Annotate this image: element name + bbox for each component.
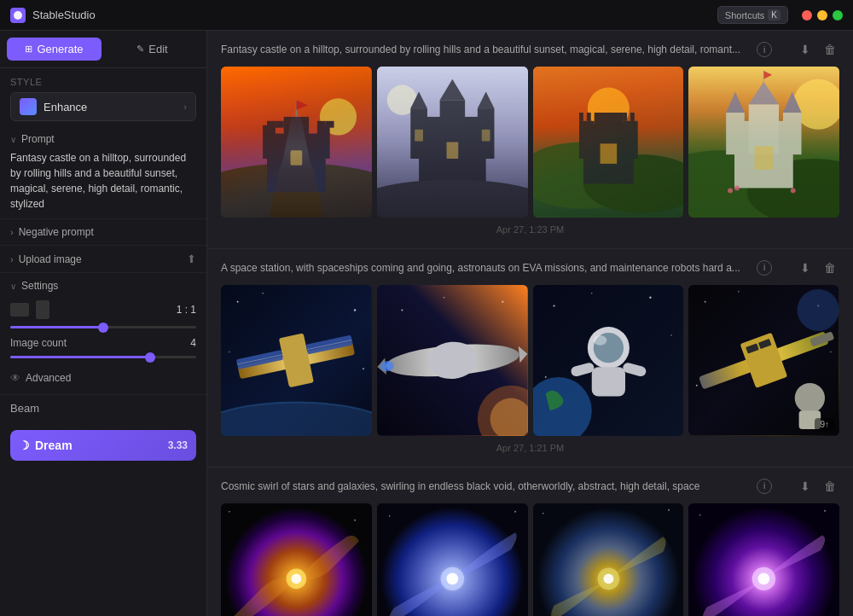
prompt-text[interactable]: Fantasy castle on a hilltop, surrounded … [10, 150, 196, 212]
svg-rect-24 [446, 142, 458, 159]
dream-moon-icon: ☽ [19, 439, 30, 452]
titlebar-right: Shortcuts K [717, 6, 843, 24]
svg-point-101 [696, 385, 698, 386]
svg-point-27 [377, 180, 528, 218]
kbd-badge: K [768, 9, 780, 20]
space-image-4[interactable]: 9↑ [688, 285, 839, 436]
generate-icon: ⊞ [25, 44, 32, 55]
svg-rect-93 [591, 367, 624, 396]
gen-prompt-3: Cosmic swirl of stars and galaxies, swir… [221, 480, 750, 492]
aspect-ratio-slider-thumb[interactable] [98, 323, 108, 333]
gen-info-button-2[interactable]: i [757, 260, 772, 276]
advanced-label: Advanced [26, 372, 71, 384]
svg-point-125 [446, 572, 458, 584]
negative-prompt-label: Negative prompt [19, 226, 94, 238]
svg-point-136 [824, 509, 826, 511]
upload-image-row[interactable]: › Upload image ⬆ [0, 245, 206, 272]
svg-point-84 [553, 305, 554, 306]
dream-button[interactable]: ☽ Dream 3.33 [10, 430, 196, 461]
beam-label: Beam [10, 402, 39, 415]
generate-tab[interactable]: ⊞ Generate [7, 38, 102, 61]
delete-button-1[interactable]: 🗑 [821, 41, 839, 58]
edit-tab[interactable]: ✎ Edit [105, 38, 200, 61]
galaxy-image-1[interactable] [221, 503, 372, 617]
svg-point-59 [237, 300, 239, 302]
svg-point-73 [401, 309, 403, 311]
delete-button-3[interactable]: 🗑 [821, 478, 839, 495]
svg-point-112 [354, 519, 356, 520]
prompt-chevron-icon: ∨ [10, 135, 16, 144]
image-count-slider-fill [10, 356, 150, 358]
advanced-row[interactable]: 👁 Advanced [10, 369, 196, 387]
svg-point-62 [229, 352, 230, 353]
close-button[interactable] [802, 10, 812, 20]
upload-icon-button[interactable]: ⬆ [187, 253, 196, 265]
svg-point-102 [798, 289, 839, 331]
titlebar-left: StableStudio [10, 8, 96, 23]
svg-point-92 [593, 335, 606, 346]
app-logo [10, 8, 26, 23]
prompt-section: ∨ Prompt Fantasy castle on a hilltop, su… [0, 126, 206, 218]
style-name: Enhance [44, 101, 87, 113]
negative-prompt-row[interactable]: › Negative prompt [0, 218, 206, 245]
style-selector-left: Enhance [20, 98, 87, 115]
svg-rect-54 [755, 146, 774, 169]
image-count-slider-thumb[interactable] [145, 352, 155, 363]
castle-image-3[interactable] [533, 67, 684, 218]
download-button-1[interactable]: ⬇ [797, 41, 814, 58]
landscape-icon[interactable] [10, 303, 29, 317]
shortcuts-button[interactable]: Shortcuts K [717, 6, 788, 24]
space-image-2[interactable] [377, 285, 528, 436]
download-button-3[interactable]: ⬇ [797, 478, 814, 495]
svg-point-120 [514, 510, 516, 512]
svg-point-0 [14, 11, 22, 20]
upload-chevron-icon: › [10, 254, 14, 264]
svg-point-75 [502, 300, 503, 302]
download-button-2[interactable]: ⬇ [797, 259, 814, 276]
castle-image-4[interactable] [688, 67, 839, 218]
galaxy-image-3[interactable] [533, 503, 684, 617]
svg-rect-33 [579, 121, 595, 159]
gen-header-3: Cosmic swirl of stars and galaxies, swir… [221, 478, 839, 495]
castle-image-1[interactable] [221, 67, 372, 218]
gen-timestamp-1: Apr 27, 1:23 PM [221, 224, 839, 235]
castle-image-2[interactable] [377, 67, 528, 218]
main-content: Fantasy castle on a hilltop, surrounded … [207, 31, 853, 616]
gen-info-button-1[interactable]: i [757, 42, 772, 57]
sidebar: ⊞ Generate ✎ Edit Style Enhance › ∨ [0, 31, 207, 616]
svg-point-128 [668, 508, 670, 510]
image-count-label: Image count [10, 337, 67, 349]
beam-item[interactable]: Beam [0, 394, 206, 421]
galaxy-image-2[interactable] [377, 503, 528, 617]
svg-point-111 [229, 511, 230, 513]
svg-point-60 [262, 293, 264, 294]
portrait-icon[interactable] [36, 300, 49, 319]
galaxy-image-4[interactable] [688, 503, 839, 617]
space-image-1[interactable] [221, 285, 372, 436]
space-image-3[interactable] [533, 285, 684, 436]
negative-prompt-chevron-icon: › [10, 227, 14, 237]
delete-button-2[interactable]: 🗑 [821, 259, 839, 276]
prompt-header[interactable]: ∨ Prompt [10, 133, 196, 145]
svg-rect-26 [481, 130, 490, 142]
style-selector[interactable]: Enhance › [10, 92, 196, 121]
gen-timestamp-2: Apr 27, 1:21 PM [221, 443, 839, 453]
maximize-button[interactable] [833, 10, 843, 20]
generation-group-3: Cosmic swirl of stars and galaxies, swir… [207, 468, 853, 617]
prompt-header-label: Prompt [21, 133, 55, 145]
shortcuts-label: Shortcuts [725, 10, 764, 20]
upload-image-label: Upload image [19, 253, 82, 265]
negative-prompt-label-container: › Negative prompt [10, 226, 94, 238]
settings-header[interactable]: ∨ Settings [10, 280, 196, 292]
gen-info-button-3[interactable]: i [757, 479, 772, 494]
gen-header-actions-1: ⬇ 🗑 [797, 41, 839, 58]
dream-btn-left: ☽ Dream [19, 439, 73, 452]
minimize-button[interactable] [817, 10, 827, 20]
svg-rect-6 [317, 125, 330, 159]
gen-header-2: A space station, with spaceships coming … [221, 259, 839, 276]
style-label: Style [10, 77, 196, 87]
svg-point-74 [444, 297, 445, 299]
tab-bar: ⊞ Generate ✎ Edit [0, 31, 206, 68]
svg-rect-10 [317, 121, 326, 128]
svg-rect-9 [276, 121, 284, 128]
